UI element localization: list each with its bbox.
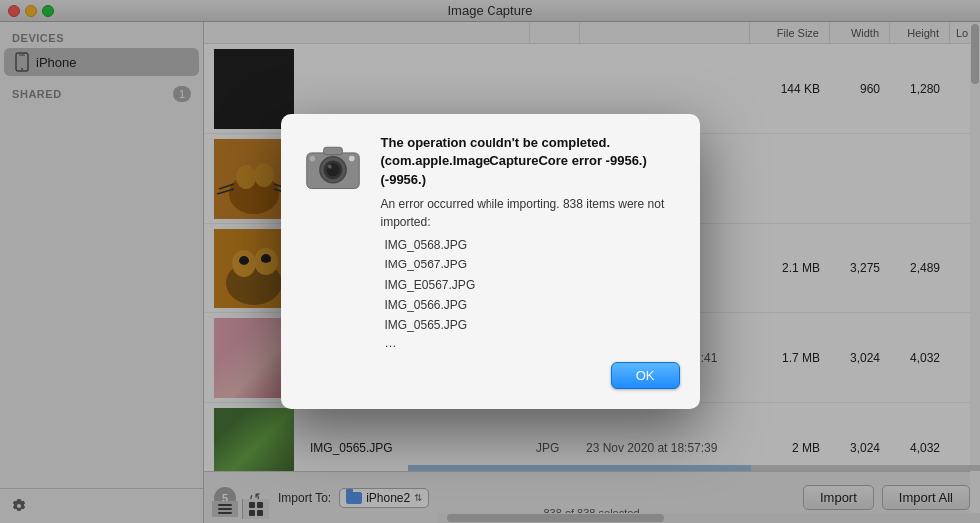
modal-file-list: IMG_0568.JPG IMG_0567.JPG IMG_E0567.JPG … xyxy=(385,235,680,350)
modal-text-block: The operation couldn't be completed. (co… xyxy=(381,134,680,350)
modal-title: The operation couldn't be completed. (co… xyxy=(381,134,680,189)
ok-button[interactable]: OK xyxy=(611,362,680,389)
modal-file-item: IMG_E0567.JPG xyxy=(385,275,680,295)
svg-point-32 xyxy=(328,165,332,169)
modal-file-item: IMG_0567.JPG xyxy=(385,255,680,274)
modal-footer: OK xyxy=(301,362,680,389)
modal-ellipsis: … xyxy=(385,336,680,350)
modal-body-text: An error occurred while importing. 838 i… xyxy=(381,195,680,231)
modal-file-item: IMG_0568.JPG xyxy=(385,235,680,255)
svg-rect-29 xyxy=(323,147,342,155)
error-dialog: The operation couldn't be completed. (co… xyxy=(281,114,700,409)
svg-point-31 xyxy=(309,156,315,162)
svg-point-30 xyxy=(348,156,354,162)
modal-file-item: IMG_0566.JPG xyxy=(385,295,680,315)
camera-icon xyxy=(301,134,365,198)
modal-file-item: IMG_0565.JPG xyxy=(385,315,680,335)
modal-overlay: The operation couldn't be completed. (co… xyxy=(0,0,980,523)
modal-header: The operation couldn't be completed. (co… xyxy=(301,134,680,350)
